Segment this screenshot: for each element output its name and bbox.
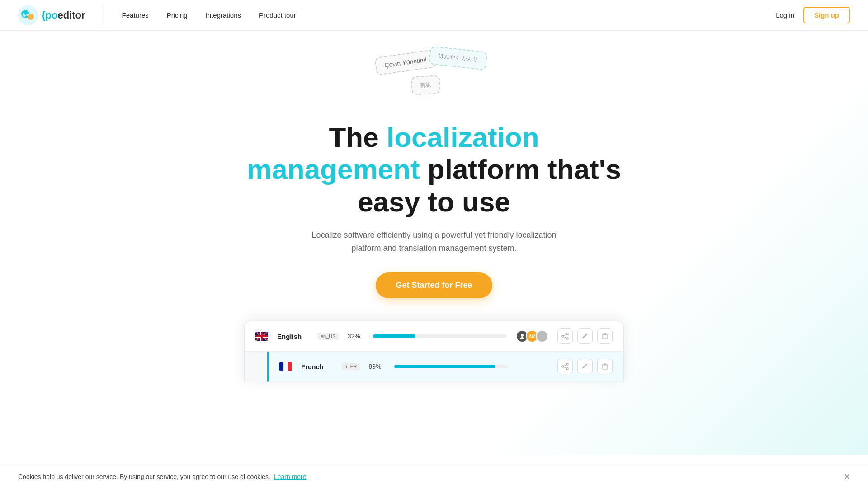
dashboard-preview: English en_US 32% AM — [244, 321, 624, 382]
svg-point-14 — [520, 337, 524, 339]
svg-rect-21 — [603, 335, 607, 339]
avatars-english: AM — [516, 330, 548, 343]
nav-divider — [104, 6, 104, 24]
progress-pct-english: 32% — [348, 333, 364, 340]
svg-rect-25 — [283, 362, 288, 371]
svg-line-32 — [586, 364, 587, 365]
logo[interactable]: {po {poeditor — [18, 5, 85, 25]
nav-pricing[interactable]: Pricing — [167, 11, 188, 19]
avatar-3 — [536, 330, 548, 343]
row-actions-french — [557, 359, 613, 374]
svg-line-19 — [564, 337, 566, 338]
svg-line-30 — [564, 365, 566, 366]
flag-uk — [255, 332, 268, 341]
progress-bar-english — [373, 334, 507, 338]
nav-actions: Log in Sign up — [776, 7, 850, 23]
login-button[interactable]: Log in — [776, 11, 794, 19]
table-row: English en_US 32% AM — [245, 321, 623, 352]
nav-links: Features Pricing Integrations Product to… — [122, 11, 776, 19]
bubble-turkish: Çeviri Yönetimi — [374, 49, 437, 75]
svg-point-17 — [566, 338, 568, 339]
svg-rect-33 — [603, 365, 607, 369]
progress-fill-english — [373, 334, 416, 338]
svg-line-20 — [586, 334, 587, 334]
hero-section: Çeviri Yönetimi ほんやく かんり 翻訳 The localiza… — [0, 31, 868, 455]
bubble-chinese: 翻訳 — [411, 75, 441, 95]
nav-integrations[interactable]: Integrations — [206, 11, 241, 19]
lang-code-english: en_US — [318, 333, 339, 340]
delete-button-english[interactable] — [597, 328, 613, 344]
flag-france — [279, 362, 292, 371]
logo-icon: {po — [18, 5, 38, 25]
nav-product-tour[interactable]: Product tour — [259, 11, 296, 19]
lang-name-french: French — [301, 363, 333, 371]
svg-rect-24 — [279, 362, 283, 371]
bubble-japanese: ほんやく かんり — [429, 46, 488, 70]
svg-line-18 — [564, 334, 566, 336]
signup-button[interactable]: Sign up — [803, 7, 850, 23]
delete-button-french[interactable] — [597, 359, 613, 374]
table-row-french: French fr_FR 89% — [267, 352, 623, 382]
svg-point-28 — [562, 366, 564, 367]
cta-button[interactable]: Get Started for Free — [376, 272, 492, 298]
svg-point-15 — [566, 333, 568, 335]
svg-rect-12 — [255, 335, 268, 337]
svg-point-29 — [566, 368, 568, 370]
progress-bar-french — [394, 365, 508, 368]
progress-pct-french: 89% — [369, 363, 385, 370]
hero-title: The localization management platform tha… — [247, 121, 621, 218]
nav-features[interactable]: Features — [122, 11, 149, 19]
share-button-french[interactable] — [557, 359, 573, 374]
hero-subtitle: Localize software efficiently using a po… — [307, 229, 561, 255]
logo-text: {poeditor — [42, 9, 85, 21]
svg-point-16 — [562, 335, 564, 337]
svg-line-31 — [564, 367, 566, 368]
lang-code-french: fr_FR — [342, 363, 360, 370]
svg-text:{po: {po — [23, 12, 29, 17]
lang-name-english: English — [277, 333, 309, 340]
svg-point-27 — [566, 363, 568, 365]
bubbles-illustration: Çeviri Yönetimi ほんやく かんり 翻訳 — [366, 49, 502, 112]
svg-rect-26 — [288, 362, 292, 371]
share-button-english[interactable] — [557, 328, 573, 344]
svg-point-13 — [521, 334, 524, 337]
edit-button-english[interactable] — [577, 328, 593, 344]
row-actions-english — [557, 328, 613, 344]
progress-fill-french — [394, 365, 495, 368]
navbar: {po {poeditor Features Pricing Integrati… — [0, 0, 868, 31]
edit-button-french[interactable] — [577, 359, 593, 374]
